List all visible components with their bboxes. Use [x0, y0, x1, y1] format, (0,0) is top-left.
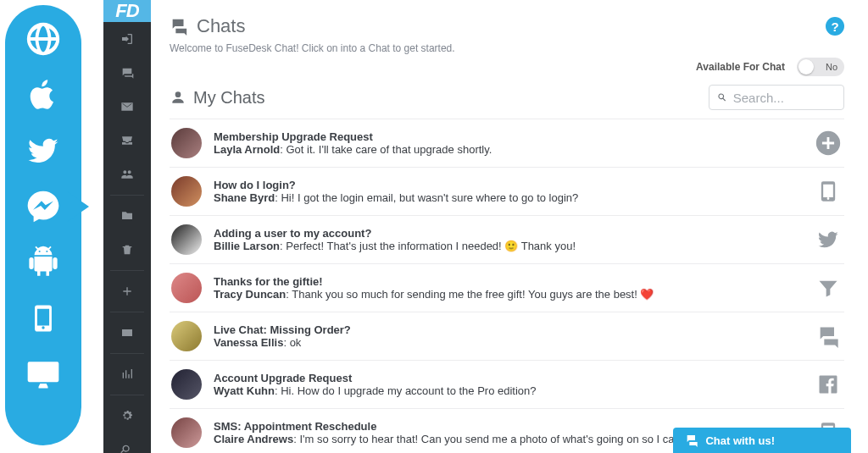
channels-sidebar — [5, 5, 81, 445]
avatar — [171, 417, 202, 448]
search-input[interactable] — [709, 85, 844, 110]
chat-row[interactable]: Membership Upgrade Request Layla Arnold:… — [170, 119, 844, 167]
nav-card-icon[interactable] — [103, 316, 151, 350]
chat-icon — [685, 434, 698, 447]
avatar — [171, 273, 202, 303]
chat-preview: Vanessa Ellis: ok — [214, 336, 802, 349]
welcome-text: Welcome to FuseDesk Chat! Click on into … — [170, 42, 844, 54]
mobile-icon — [814, 177, 843, 206]
nav-chats-icon[interactable] — [103, 56, 151, 90]
twitter-icon[interactable] — [18, 127, 69, 174]
nav-logout-icon[interactable] — [103, 22, 151, 56]
chat-row[interactable]: Thanks for the giftie! Tracy Duncan: Tha… — [170, 263, 844, 312]
chat-preview: Billie Larson: Perfect! That's just the … — [214, 240, 802, 252]
chat-subject: Live Chat: Missing Order? — [214, 323, 802, 336]
avatar — [171, 224, 202, 255]
my-chats-title: My Chats — [170, 88, 264, 108]
person-icon — [170, 89, 186, 106]
add-icon[interactable] — [814, 129, 843, 157]
nav-inbox-icon[interactable] — [103, 124, 151, 157]
messenger-icon[interactable] — [18, 183, 69, 230]
availability-toggle[interactable]: No — [797, 58, 844, 76]
chat-row[interactable]: How do I login? Shane Byrd: Hi! I got th… — [170, 167, 844, 215]
apple-icon[interactable] — [18, 71, 69, 119]
avatar — [171, 321, 202, 351]
chat-subject: How do I login? — [214, 179, 802, 191]
nav-mail-icon[interactable] — [103, 90, 151, 124]
chats-icon — [170, 17, 188, 36]
nav-folder-icon[interactable] — [103, 199, 151, 233]
chat-preview: Layla Arnold: Got it. I'll take care of … — [214, 143, 802, 156]
search-icon — [716, 91, 728, 104]
chat-preview: Shane Byrd: Hi! I got the login email, b… — [214, 191, 802, 204]
chat-preview: Wyatt Kuhn: Hi. How do I upgrade my acco… — [214, 384, 802, 397]
help-button[interactable]: ? — [826, 17, 844, 36]
chat-subject: Adding a user to my account? — [214, 227, 802, 240]
chat-with-us-button[interactable]: Chat with us! — [673, 428, 851, 453]
nav-team-icon[interactable] — [103, 157, 151, 191]
nav-trash-icon[interactable] — [103, 233, 151, 267]
nav-stats-icon[interactable] — [103, 357, 151, 391]
main-panel: Chats ? Welcome to FuseDesk Chat! Click … — [151, 0, 868, 453]
chat-row[interactable]: Adding a user to my account? Billie Lars… — [170, 215, 844, 263]
globe-icon[interactable] — [18, 15, 69, 63]
chat-subject: Thanks for the giftie! — [214, 275, 802, 288]
avatar — [171, 176, 202, 207]
chat-icon — [814, 322, 843, 351]
facebook-icon — [814, 370, 843, 399]
app-sidebar: FD — [103, 0, 151, 453]
nav-search-icon[interactable] — [103, 433, 151, 453]
android-icon[interactable] — [18, 239, 69, 286]
twitter-icon — [814, 225, 843, 254]
avatar — [171, 128, 202, 158]
availability-label: Available For Chat — [696, 61, 785, 73]
chat-row[interactable]: Live Chat: Missing Order? Vanessa Ellis:… — [170, 312, 844, 360]
nav-add-icon[interactable] — [103, 274, 151, 308]
avatar — [171, 369, 202, 400]
page-title: Chats — [170, 15, 245, 37]
nav-settings-icon[interactable] — [103, 399, 151, 433]
mobile-icon[interactable] — [18, 295, 69, 342]
app-logo[interactable]: FD — [103, 0, 151, 22]
chat-row[interactable]: Account Upgrade Request Wyatt Kuhn: Hi. … — [170, 360, 844, 408]
chat-list: Membership Upgrade Request Layla Arnold:… — [170, 119, 844, 453]
chat-preview: Tracy Duncan: Thank you so much for send… — [214, 288, 802, 301]
chat-subject: Membership Upgrade Request — [214, 130, 802, 143]
chat-subject: Account Upgrade Request — [214, 372, 802, 384]
filter-icon[interactable] — [814, 273, 843, 302]
desktop-icon[interactable] — [18, 351, 69, 398]
